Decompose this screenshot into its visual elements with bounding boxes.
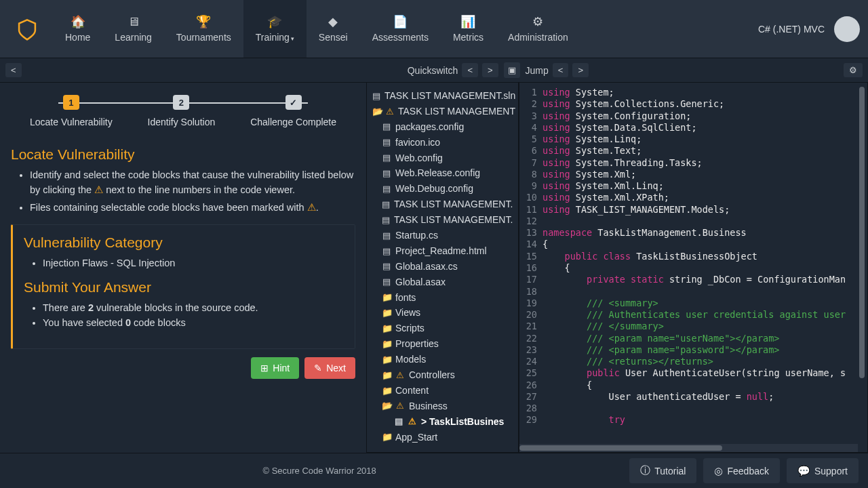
line-number: 26	[519, 380, 542, 391]
code-line[interactable]: 10using System.Xml.XPath;	[519, 192, 867, 203]
file-tree-item[interactable]: ▤TASK LIST MANAGEMENT.	[370, 197, 515, 212]
code-line[interactable]: 19 /// <summary>	[519, 298, 867, 309]
panel-icon[interactable]: ▣	[504, 62, 520, 78]
file-tree-item[interactable]: 📁fonts	[370, 290, 515, 306]
file-tree-item[interactable]: 📁Views	[370, 305, 515, 321]
file-tree[interactable]: ▤TASK LIST MANAGEMENT.sln📂⚠TASK LIST MAN…	[366, 83, 519, 453]
code-line[interactable]: 12	[519, 216, 867, 227]
code-line[interactable]: 1using System;	[519, 87, 867, 98]
line-number: 21	[519, 321, 542, 332]
file-tree-item[interactable]: ▤Web.config	[370, 150, 515, 166]
answer-title: Submit Your Answer	[24, 279, 344, 296]
code-line[interactable]: 18	[519, 286, 867, 298]
code-line[interactable]: 16 {	[519, 262, 867, 274]
file-tree-item[interactable]: 📁Scripts	[370, 321, 515, 336]
file-tree-item[interactable]: ▤Global.asax	[370, 274, 515, 290]
file-tree-item[interactable]: ▤TASK LIST MANAGEMENT.	[370, 212, 515, 228]
scrollbar-horizontal[interactable]	[519, 444, 858, 452]
nav-administration[interactable]: ⚙Administration	[496, 0, 580, 58]
file-tree-item[interactable]: 📂⚠Business	[370, 399, 515, 414]
edit-icon: ✎	[314, 363, 322, 373]
code-line[interactable]: 26 {	[519, 380, 867, 391]
jump-label: Jump	[526, 65, 549, 76]
file-icon: ▤	[382, 230, 391, 242]
line-number: 19	[519, 298, 542, 309]
line-number: 9	[519, 180, 542, 192]
code-line[interactable]: 27 User authenticatedUser = null;	[519, 391, 867, 403]
file-tree-item[interactable]: 📁Models	[370, 352, 515, 367]
feedback-button[interactable]: ◎Feedback	[703, 458, 779, 483]
hint-button[interactable]: ⊞Hint	[251, 357, 299, 379]
code-line[interactable]: 17 private static string _DbCon = Config…	[519, 274, 867, 285]
warning-icon: ⚠	[408, 415, 417, 428]
code-line[interactable]: 9using System.Xml.Linq;	[519, 180, 867, 192]
code-line[interactable]: 22 /// <param name="userName"></param>	[519, 333, 867, 344]
tutorial-button[interactable]: ⓘTutorial	[629, 458, 696, 483]
code-line[interactable]: 20 /// Authenticates user credentials ag…	[519, 309, 867, 321]
next-button[interactable]: ✎Next	[304, 357, 355, 379]
file-tree-item[interactable]: 📂⚠TASK LIST MANAGEMENT	[370, 104, 515, 119]
support-button[interactable]: 💬Support	[787, 458, 859, 483]
jump-next[interactable]: >	[572, 63, 589, 77]
file-tree-item[interactable]: ▤Startup.cs	[370, 228, 515, 243]
code-line[interactable]: 15 public class TaskListBusinessObject	[519, 251, 867, 262]
file-tree-item[interactable]: ▤Project_Readme.html	[370, 243, 515, 259]
code-line[interactable]: 29 try	[519, 414, 867, 426]
nav-sensei[interactable]: ◆Sensei	[307, 0, 360, 58]
code-line[interactable]: 6using System.Text;	[519, 145, 867, 157]
code-line[interactable]: 5using System.Linq;	[519, 134, 867, 145]
file-tree-item[interactable]: ▤⚠> TaskListBusines	[370, 414, 515, 430]
file-label: > TaskListBusines	[421, 415, 504, 428]
nav-home[interactable]: 🏠Home	[53, 0, 102, 58]
file-tree-item[interactable]: ▤favicon.ico	[370, 135, 515, 150]
nav-tournaments[interactable]: 🏆Tournaments	[164, 0, 243, 58]
settings-gear-icon[interactable]: ⚙	[844, 63, 863, 77]
file-tree-item[interactable]: ▤packages.config	[370, 119, 515, 135]
file-icon: ▤	[382, 276, 391, 288]
nav-metrics[interactable]: 📊Metrics	[441, 0, 496, 58]
file-tree-item[interactable]: 📁Properties	[370, 336, 515, 352]
code-line[interactable]: 23 /// <param name="password"></param>	[519, 344, 867, 356]
nav-icon: 🏆	[196, 16, 211, 28]
code-line[interactable]: 7using System.Threading.Tasks;	[519, 157, 867, 169]
code-viewer[interactable]: 1using System;2using System.Collections.…	[519, 83, 868, 453]
file-tree-item[interactable]: ▤Web.Release.config	[370, 165, 515, 181]
file-tree-item[interactable]: 📁App_Start	[370, 430, 515, 445]
code-line[interactable]: 25 public User AuthenticateUser(string u…	[519, 367, 867, 379]
file-icon: ▤	[382, 214, 390, 226]
code-line[interactable]: 21 /// </summary>	[519, 321, 867, 332]
jump-prev[interactable]: <	[553, 63, 569, 77]
code-line[interactable]: 28	[519, 403, 867, 414]
nav-learning[interactable]: 🖥Learning	[102, 0, 164, 58]
nav-training[interactable]: 🎓Training▾	[243, 0, 307, 58]
file-tree-item[interactable]: 📁⚠Controllers	[370, 367, 515, 383]
file-tree-item[interactable]: 📁Content	[370, 383, 515, 399]
warning-icon: ⚠	[386, 106, 394, 118]
quickswitch-next[interactable]: >	[482, 63, 498, 77]
folder-icon: 📁	[382, 307, 391, 319]
quickswitch-prev[interactable]: <	[462, 63, 478, 77]
code-line[interactable]: 4using System.Data.SqlClient;	[519, 122, 867, 134]
code-line[interactable]: 13namespace TaskListManagement.Business	[519, 227, 867, 239]
file-tree-item[interactable]: ▤TASK LIST MANAGEMENT.sln	[370, 88, 515, 104]
back-button[interactable]: <	[5, 63, 22, 77]
code-line[interactable]: 11using TASK_LIST_MANAGEMENT.Models;	[519, 204, 867, 216]
line-number: 15	[519, 251, 542, 262]
nav-assessments[interactable]: 📄Assessments	[360, 0, 441, 58]
stepper: 1Locate Vulnerability2Identify Solution✓…	[11, 95, 355, 127]
file-label: TASK LIST MANAGEMENT.sln	[384, 89, 515, 102]
step: 2Identify Solution	[148, 95, 216, 127]
folder-icon: 📁	[382, 385, 391, 397]
code-line[interactable]: 14{	[519, 239, 867, 250]
code-line[interactable]: 2using System.Collections.Generic;	[519, 98, 867, 110]
file-tree-item[interactable]: ▤Global.asax.cs	[370, 259, 515, 274]
file-tree-item[interactable]: ▤Web.Debug.config	[370, 181, 515, 197]
code-line[interactable]: 24 /// <returns></returns>	[519, 356, 867, 367]
avatar[interactable]	[834, 16, 860, 42]
code-line[interactable]: 8using System.Xml;	[519, 169, 867, 180]
code-line[interactable]: 3using System.Configuration;	[519, 110, 867, 122]
folder-icon: 📁	[382, 323, 391, 335]
line-number: 23	[519, 344, 542, 356]
scrollbar-vertical[interactable]	[859, 87, 866, 405]
line-number: 5	[519, 134, 542, 145]
